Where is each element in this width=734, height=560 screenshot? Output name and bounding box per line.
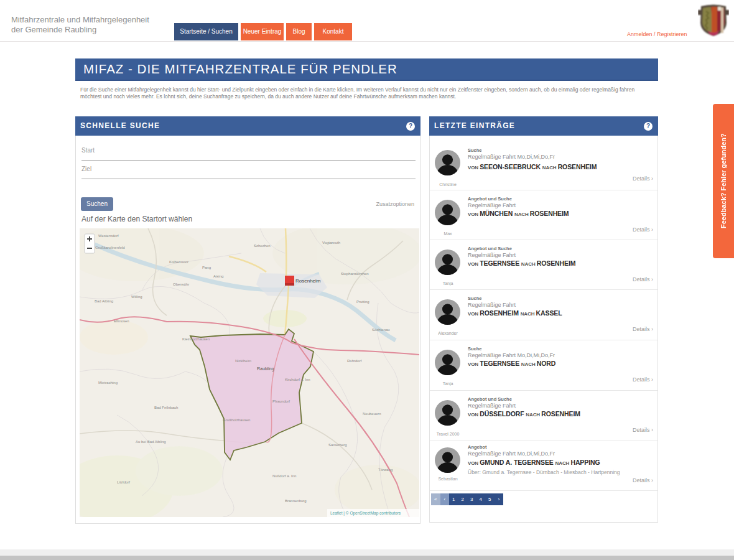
- svg-text:Mietraching: Mietraching: [98, 381, 118, 385]
- svg-text:Törwang: Törwang: [378, 468, 393, 472]
- svg-text:Samerberg: Samerberg: [328, 443, 347, 447]
- svg-text:Großkarolinenfeld: Großkarolinenfeld: [95, 246, 125, 250]
- svg-text:Aising: Aising: [213, 274, 223, 278]
- svg-text:Söchtenau: Söchtenau: [372, 328, 390, 332]
- svg-text:Ellmosen: Ellmosen: [114, 319, 129, 323]
- svg-text:Westerndorf: Westerndorf: [98, 234, 119, 238]
- svg-text:Schechen: Schechen: [254, 244, 271, 248]
- svg-text:Neubeuern: Neubeuern: [363, 412, 381, 416]
- svg-text:Vogtareuth: Vogtareuth: [322, 241, 340, 245]
- svg-text:Kolbermoor: Kolbermoor: [169, 260, 188, 264]
- svg-text:Kleinholzhausen: Kleinholzhausen: [182, 337, 210, 341]
- svg-text:Willing: Willing: [131, 295, 142, 299]
- svg-text:Pang: Pang: [202, 266, 211, 269]
- svg-text:Oberwöhr: Oberwöhr: [173, 282, 189, 286]
- svg-text:Großholzhausen: Großholzhausen: [223, 418, 250, 422]
- svg-text:Brannenburg: Brannenburg: [285, 499, 307, 503]
- svg-text:Prutting: Prutting: [356, 300, 369, 304]
- svg-text:Bad Feilnbach: Bad Feilnbach: [154, 406, 178, 409]
- svg-text:Bad Aibling: Bad Aibling: [95, 299, 113, 303]
- svg-text:Nußdorf a. Inn: Nußdorf a. Inn: [272, 474, 296, 478]
- svg-text:Raubling: Raubling: [257, 366, 274, 371]
- svg-text:Rohrdorf: Rohrdorf: [347, 359, 362, 363]
- svg-text:Pfraundorf: Pfraundorf: [272, 399, 290, 403]
- svg-text:Rosenheim: Rosenheim: [295, 278, 321, 284]
- svg-text:Au bei Bad Aibling: Au bei Bad Aibling: [136, 440, 166, 444]
- svg-text:Stephanskirchen: Stephanskirchen: [341, 272, 369, 276]
- svg-text:Leaflet | © OpenStreetMap cont: Leaflet | © OpenStreetMap contributors: [330, 511, 401, 516]
- svg-text:Nicklheim: Nicklheim: [235, 359, 251, 363]
- svg-text:Kirchdorf a. Inn: Kirchdorf a. Inn: [285, 378, 310, 381]
- svg-text:Litzldorf: Litzldorf: [117, 480, 130, 484]
